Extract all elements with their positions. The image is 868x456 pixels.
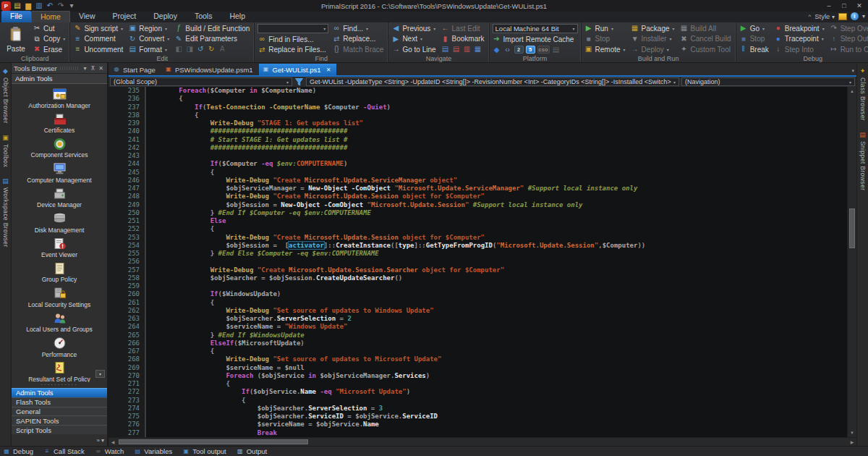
- ribbon-tab-file[interactable]: File: [1, 11, 31, 22]
- find-combo-arrow-icon[interactable]: ▾: [323, 26, 326, 31]
- panel-close-icon[interactable]: ✕: [97, 65, 105, 72]
- help-dropdown-icon[interactable]: ▾: [862, 13, 865, 20]
- dock-tab-workspace-browser[interactable]: ▤Workspace Browser: [1, 177, 9, 248]
- nav-page-blue-icon[interactable]: ▤: [441, 45, 450, 54]
- output-tab-tool-output[interactable]: ▣Tool output: [182, 447, 226, 455]
- scroll-up-icon[interactable]: ▲: [848, 87, 856, 96]
- tool-item-certificates[interactable]: Certificates: [12, 110, 107, 135]
- category-admin-tools[interactable]: Admin Tools: [12, 388, 107, 397]
- redo-icon[interactable]: ↷: [56, 1, 65, 10]
- panel-menu-icon[interactable]: ▾: [81, 65, 89, 72]
- package-button[interactable]: ▦Package▾: [629, 23, 678, 34]
- hscroll-track[interactable]: [117, 438, 848, 446]
- find-in-files-button[interactable]: ∞Find in Files...: [256, 34, 330, 45]
- bookmark-button[interactable]: ▮Bookmark: [440, 34, 488, 45]
- navigation-combo[interactable]: (Navigation)▾: [681, 77, 855, 86]
- ribbon-tab-home[interactable]: Home: [31, 11, 70, 22]
- signature-combo[interactable]: Get-WUList -UpdateType <String> -UpdateI…: [306, 77, 679, 86]
- sync-gold-icon[interactable]: ↻: [207, 45, 216, 54]
- format-button[interactable]: ▤Format▾: [127, 44, 172, 55]
- find-combo[interactable]: ▾: [258, 24, 328, 33]
- vertical-scrollbar[interactable]: ▲ ▼: [847, 87, 856, 437]
- tool-item-disk-management[interactable]: Disk Management: [12, 210, 107, 235]
- category-sapien-tools[interactable]: SAPIEN Tools: [12, 415, 107, 425]
- close-button[interactable]: ✕: [852, 1, 867, 11]
- restore-button[interactable]: □: [837, 1, 851, 11]
- tool-item-device-manager[interactable]: Device Manager: [12, 185, 107, 210]
- category-script-tools[interactable]: Script Tools: [12, 425, 107, 434]
- ribbon-tab-help[interactable]: Help: [221, 11, 254, 22]
- doc-tab-start-page[interactable]: ◍Start Page: [109, 64, 161, 75]
- feedback-icon[interactable]: [838, 13, 847, 20]
- close-tab-icon[interactable]: ✕: [326, 67, 331, 73]
- code-surface[interactable]: 235 Foreach($Computer in $ComputerName)2…: [109, 87, 847, 437]
- style-menu[interactable]: Style ▾: [814, 12, 835, 20]
- doc-tab-get-wulist-ps1[interactable]: ▣Get-WUList.ps1✕: [259, 64, 337, 75]
- app-logo-icon[interactable]: P: [1, 1, 11, 11]
- output-tab-output[interactable]: ▥Output: [237, 447, 268, 455]
- sign-check-icon[interactable]: ‹›: [503, 46, 512, 54]
- sign-script-button[interactable]: ✎Sign script▾: [72, 23, 126, 34]
- breakpoint-button[interactable]: ●Breakpoint▾: [773, 23, 827, 34]
- scroll-right-icon[interactable]: ▶: [848, 439, 856, 444]
- replace-in-files-button[interactable]: ⇄Replace in Files...: [256, 45, 330, 56]
- platform-combo-arrow-icon[interactable]: ▾: [573, 26, 575, 31]
- build-edit-function-button[interactable]: ƒBuild / Edit Function: [173, 23, 252, 34]
- dock-tab-toolbox[interactable]: ▣Toolbox: [1, 134, 9, 167]
- doc-tab-pswindowsupdate-psm1[interactable]: ▣PSWindowsUpdate.psm1: [161, 64, 259, 75]
- region-button[interactable]: ▣Region▾: [127, 23, 172, 34]
- paste-button[interactable]: Paste: [1, 23, 30, 55]
- uncomment-button[interactable]: ≡Uncomment: [72, 44, 126, 55]
- pin-icon[interactable]: ⊼: [89, 65, 97, 72]
- cso-badge-icon[interactable]: cso: [537, 46, 550, 54]
- tool-item-group-policy[interactable]: Group Policy: [12, 260, 107, 284]
- go-to-line-button[interactable]: →Go to Line: [390, 44, 438, 55]
- tool-item-event-viewer[interactable]: Event Viewer: [12, 235, 107, 259]
- tool-dropdown-icon[interactable]: ▾: [95, 370, 105, 378]
- vscroll-thumb[interactable]: [849, 208, 855, 248]
- convert-button[interactable]: ↻Convert▾: [127, 34, 172, 45]
- horizontal-scrollbar[interactable]: ◀ ▶: [109, 437, 856, 446]
- output-tab-variables[interactable]: ▤Variables: [134, 447, 172, 455]
- tool-item-performance[interactable]: Performance: [12, 334, 107, 359]
- tool-item-computer-management[interactable]: Computer Management: [12, 160, 107, 185]
- sync-blue-icon[interactable]: ↺: [196, 45, 205, 54]
- ps5-badge-icon[interactable]: 5: [526, 46, 535, 54]
- dock-tab-object-browser[interactable]: ◆Object Browser: [1, 67, 9, 124]
- run-button[interactable]: ▶Run▾: [583, 23, 629, 34]
- output-tab-debug[interactable]: ▦Debug: [3, 447, 33, 455]
- collapse-ribbon-icon[interactable]: ^: [808, 13, 811, 20]
- ribbon-tab-deploy[interactable]: Deploy: [145, 11, 186, 22]
- nav-page-red2-icon[interactable]: ▥: [463, 45, 472, 54]
- tool-item-authorization-manager[interactable]: Authorization Manager: [12, 85, 107, 110]
- minimize-button[interactable]: –: [822, 1, 836, 11]
- tool-item-component-services[interactable]: Component Services: [12, 135, 107, 160]
- go-button[interactable]: ▶Go▾: [738, 23, 772, 34]
- find-button[interactable]: ∞Find...▾: [331, 23, 386, 34]
- break-button[interactable]: ‖Break: [738, 44, 772, 55]
- vscroll-track[interactable]: [848, 96, 856, 428]
- import-remote-cache-button[interactable]: ➔Import Remote Cache: [491, 34, 579, 45]
- remote-button[interactable]: ▣Remote▾: [583, 44, 629, 55]
- more-categories-icon[interactable]: »: [97, 437, 100, 444]
- save-file-icon[interactable]: ▥: [35, 1, 43, 10]
- tool-item-resultant-set-of-policy[interactable]: Resultant Set of Policy▾: [12, 359, 107, 382]
- next-button[interactable]: ▶Next▾: [390, 34, 438, 45]
- ps2-badge-icon[interactable]: 2: [514, 46, 524, 54]
- edit-parameters-button[interactable]: ✎Edit Parameters: [173, 34, 252, 45]
- scroll-down-icon[interactable]: ▼: [848, 428, 856, 437]
- shield-icon[interactable]: ◆: [493, 46, 501, 54]
- erase-button[interactable]: ✖Erase: [31, 44, 68, 55]
- tool-item-local-security-settings[interactable]: Local Security Settings: [12, 284, 107, 309]
- hscroll-thumb[interactable]: [119, 439, 308, 444]
- ribbon-tab-view[interactable]: View: [70, 11, 104, 22]
- dock-tab-snippet-browser[interactable]: ▤Snippet Browser: [859, 131, 867, 190]
- categories-dropdown-icon[interactable]: ▾: [101, 437, 104, 444]
- ribbon-tab-project[interactable]: Project: [104, 11, 145, 22]
- dock-tab-class-browser[interactable]: ✦Class Browser: [859, 67, 867, 121]
- undo-icon[interactable]: ↶: [46, 1, 54, 10]
- replace-button[interactable]: ⇄Replace...: [331, 34, 386, 45]
- tool-item-local-users-and-groups[interactable]: Local Users and Groups: [12, 310, 107, 334]
- comment-button[interactable]: ≡Comment: [72, 34, 126, 45]
- scope-combo[interactable]: (Global Scope)▾: [110, 77, 292, 86]
